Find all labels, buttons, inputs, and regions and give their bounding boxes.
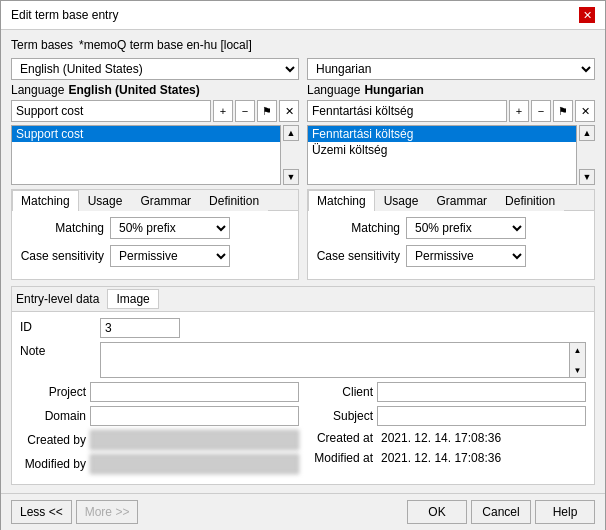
note-label: Note [20,342,100,358]
created-by-value [90,430,299,450]
entry-level-tab-image[interactable]: Image [107,289,158,309]
left-remove-icon[interactable]: − [235,100,255,122]
domain-input[interactable] [90,406,299,426]
note-scroll-up[interactable]: ▲ [570,343,585,357]
note-scroll-down[interactable]: ▼ [570,363,585,377]
right-term-item-1[interactable]: Üzemi költség [308,142,576,158]
help-button[interactable]: Help [535,500,595,524]
right-flag-icon[interactable]: ⚑ [553,100,573,122]
project-row: Project [20,382,299,402]
note-input-area[interactable] [100,342,570,378]
right-remove-icon-label: − [538,105,544,117]
left-tabs-section: Matching Usage Grammar Definition Matchi… [11,189,299,280]
left-add-icon[interactable]: + [213,100,233,122]
two-col-panels: English (United States) Language English… [11,58,595,280]
left-entry-input[interactable] [11,100,211,122]
left-matching-select[interactable]: 50% prefix [110,217,230,239]
modified-at-row: Modified at 2021. 12. 14. 17:08:36 [307,450,586,466]
right-tabs-section: Matching Usage Grammar Definition Matchi… [307,189,595,280]
left-lang-name: English (United States) [68,83,199,97]
left-x-icon[interactable]: ✕ [279,100,299,122]
right-scroll-arrows: ▲ ▼ [579,125,595,185]
created-at-row: Created at 2021. 12. 14. 17:08:36 [307,430,586,446]
right-case-label: Case sensitivity [316,249,406,263]
left-lang-label-row: Language English (United States) [11,83,299,97]
left-remove-icon-label: − [242,105,248,117]
project-input[interactable] [90,382,299,402]
modified-by-label: Modified by [20,457,90,471]
cancel-button[interactable]: Cancel [471,500,531,524]
left-tab-usage[interactable]: Usage [79,190,132,211]
right-case-row: Case sensitivity Permissive [316,245,586,267]
right-flag-icon-label: ⚑ [558,105,568,118]
right-remove-icon[interactable]: − [531,100,551,122]
right-case-select[interactable]: Permissive [406,245,526,267]
left-flag-icon[interactable]: ⚑ [257,100,277,122]
note-row: Note ▲ ▼ [20,342,586,378]
left-term-item-0[interactable]: Support cost [12,126,280,142]
left-add-icon-label: + [220,105,226,117]
right-lang-select[interactable]: Hungarian [307,58,595,80]
right-add-icon-label: + [516,105,522,117]
more-button[interactable]: More >> [76,500,139,524]
right-tab-usage[interactable]: Usage [375,190,428,211]
right-x-icon-label: ✕ [581,105,590,118]
client-row: Client [307,382,586,402]
ok-button[interactable]: OK [407,500,467,524]
left-case-select[interactable]: Permissive [110,245,230,267]
bottom-left-buttons: Less << More >> [11,500,138,524]
title-bar: Edit term base entry ✕ [1,1,605,30]
right-tab-definition[interactable]: Definition [496,190,564,211]
left-term-list[interactable]: Support cost [11,125,281,185]
id-row: ID [20,318,586,338]
domain-row: Domain [20,406,299,426]
right-tab-grammar[interactable]: Grammar [427,190,496,211]
right-entry-input-row: + − ⚑ ✕ [307,100,595,122]
right-term-list[interactable]: Fenntartási költség Üzemi költség [307,125,577,185]
id-label: ID [20,318,100,334]
client-input[interactable] [377,382,586,402]
less-button[interactable]: Less << [11,500,72,524]
left-tab-matching[interactable]: Matching [12,190,79,211]
modified-at-value: 2021. 12. 14. 17:08:36 [377,450,586,466]
left-tab-definition[interactable]: Definition [200,190,268,211]
edit-term-base-dialog: Edit term base entry ✕ Term bases *memoQ… [0,0,606,530]
left-term-list-with-arrows: Support cost ▲ ▼ [11,125,299,185]
entry-level-header: Entry-level data Image [12,287,594,312]
project-label: Project [20,385,90,399]
left-matching-row: Matching 50% prefix [20,217,290,239]
right-tab-matching[interactable]: Matching [308,190,375,211]
right-term-item-0[interactable]: Fenntartási költség [308,126,576,142]
right-matching-select[interactable]: 50% prefix [406,217,526,239]
right-lang-name: Hungarian [364,83,423,97]
left-tab-grammar[interactable]: Grammar [131,190,200,211]
dialog-body: Term bases *memoQ term base en-hu [local… [1,30,605,493]
left-scroll-arrows: ▲ ▼ [283,125,299,185]
left-scroll-down[interactable]: ▼ [283,169,299,185]
left-lang-select[interactable]: English (United States) [11,58,299,80]
left-tabs-header: Matching Usage Grammar Definition [12,190,298,211]
right-term-list-with-arrows: Fenntartási költség Üzemi költség ▲ ▼ [307,125,595,185]
modified-at-label: Modified at [307,451,377,465]
left-tabs-content: Matching 50% prefix Case sensitivity Per… [12,211,298,279]
left-lang-label: Language [11,83,64,97]
client-label: Client [307,385,377,399]
close-button[interactable]: ✕ [579,7,595,23]
right-scroll-up[interactable]: ▲ [579,125,595,141]
entry-level-label: Entry-level data [16,292,99,306]
entry-level-section: Entry-level data Image ID Note ▲ ▼ [11,286,595,485]
right-tabs-header: Matching Usage Grammar Definition [308,190,594,211]
id-input[interactable] [100,318,180,338]
right-entry-input[interactable] [307,100,507,122]
right-x-icon[interactable]: ✕ [575,100,595,122]
left-matching-label: Matching [20,221,110,235]
modified-by-value [90,454,299,474]
right-scroll-down[interactable]: ▼ [579,169,595,185]
left-x-icon-label: ✕ [285,105,294,118]
subject-input[interactable] [377,406,586,426]
left-scroll-up[interactable]: ▲ [283,125,299,141]
right-fields: Client Subject Created at 2021. 12. 14. … [307,382,586,478]
left-entry-input-row: + − ⚑ ✕ [11,100,299,122]
right-add-icon[interactable]: + [509,100,529,122]
entry-level-content: ID Note ▲ ▼ [12,312,594,484]
